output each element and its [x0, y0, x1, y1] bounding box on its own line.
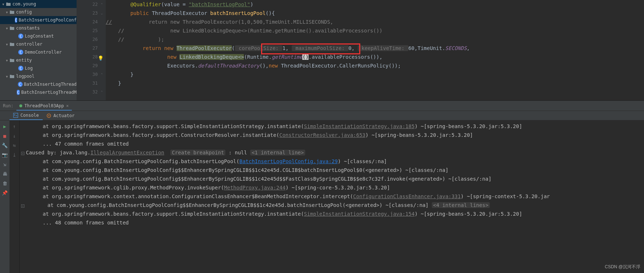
run-config-tab[interactable]: ThreadPool03App × [16, 101, 72, 111]
tree-item-label: constants [16, 26, 40, 31]
code-editor[interactable]: 22⌃ 23⌄ 24 25 26 27 28💡 29 30⌃ 31 32⌃ @Q… [77, 0, 644, 100]
line-number: 26 [93, 37, 98, 42]
line-number: 25 [93, 28, 98, 33]
hint-corepoolsize: corePoolSize: [235, 45, 282, 51]
pin-icon[interactable]: 📌 [1, 189, 8, 196]
fold-icon[interactable]: ⌄ [101, 9, 103, 18]
tree-item[interactable]: CBatchInsertLogThread [0, 80, 77, 88]
rerun-icon[interactable]: ▶ [1, 123, 8, 130]
tree-item-label: BatchInsertLogThreadM [21, 90, 77, 95]
delete-icon[interactable]: 🗑 [1, 180, 8, 187]
expand-icon[interactable]: + [21, 204, 24, 208]
console-icon [13, 113, 18, 118]
run-status-icon [19, 104, 22, 107]
editor-gutter: 22⌃ 23⌄ 24 25 26 27 28💡 29 30⌃ 31 32⌃ [77, 0, 106, 100]
fold-icon[interactable]: ⌃ [101, 70, 103, 79]
create-breakpoint-hint[interactable]: Create breakpoint [170, 150, 225, 155]
class-ref: ThreadPoolExecutor [176, 45, 232, 51]
tree-item[interactable]: ▾constants [0, 24, 77, 32]
line-number: 29 [93, 63, 98, 68]
tree-item-label: Log [25, 66, 33, 71]
scroll-icon[interactable]: ⤓ [11, 151, 18, 158]
run-toolbar-left: ▶ ■ 🔧 📷 ⇲ 🖶 🗑 📌 [0, 120, 9, 273]
camera-icon[interactable]: 📷 [1, 151, 8, 158]
line-number: 31 [93, 81, 98, 86]
line-number: 27 [93, 46, 98, 51]
tree-item[interactable]: CLogConstant [0, 32, 77, 40]
console-tabs: Console Actuator [0, 111, 644, 120]
stop-icon[interactable]: ■ [1, 132, 8, 139]
watermark: CSDN @沉河不浮 [605, 264, 640, 270]
method-name: batchInsertLogPool [210, 10, 266, 16]
console-line: at org.springframework.beans.factory.sup… [21, 209, 640, 218]
stack-link[interactable]: SimpleInstantiationStrategy.java:185 [304, 123, 414, 129]
up-icon[interactable]: ↑ [11, 123, 18, 130]
tree-item-label: config [16, 9, 32, 15]
down-icon[interactable]: ↓ [11, 132, 18, 139]
run-label: Run: [0, 103, 16, 108]
tree-item[interactable]: CLog [0, 64, 77, 72]
folder-icon [6, 1, 11, 7]
class-icon: C [18, 34, 23, 39]
console-line: ... 47 common frames omitted [21, 139, 640, 148]
tool-wrench-icon[interactable]: 🔧 [1, 142, 8, 149]
line-number: 24 [93, 19, 98, 24]
class-icon: C [18, 82, 23, 87]
tree-item[interactable]: ▾controller [0, 40, 77, 48]
tab-console[interactable]: Console [9, 111, 43, 120]
annotation: @Qualifier [130, 1, 161, 7]
class-icon: C [15, 18, 17, 23]
tree-item-label: logpool [16, 74, 35, 79]
console-line: at org.springframework.cglib.proxy.Metho… [21, 183, 640, 192]
tree-item[interactable]: ▾logpool [0, 72, 77, 80]
expand-icon[interactable]: + [21, 152, 24, 155]
project-tree[interactable]: ▾com.young▾configCBatchInsertLogPoolConf… [0, 0, 77, 100]
wrap-icon[interactable]: ⇆ [11, 142, 18, 149]
stack-link[interactable]: MethodProxy.java:244 [224, 185, 286, 191]
fold-icon[interactable]: ⌃ [101, 88, 103, 96]
tree-item[interactable]: ▾config [0, 8, 77, 16]
hint-keepalive: keepAliveTime: [358, 45, 408, 51]
tree-item-label: BatchInsertLogThread [24, 82, 77, 87]
stack-link[interactable]: BatchInsertLogPoolConfig.java:29 [239, 158, 338, 164]
console-output[interactable]: at org.springframework.beans.factory.sup… [20, 120, 644, 273]
fold-icon[interactable]: ⌃ [101, 0, 103, 9]
export-icon[interactable]: ⇲ [1, 161, 8, 168]
tree-item-label: entity [16, 58, 32, 63]
exception-link[interactable]: IllegalArgumentException [90, 150, 164, 155]
console-line: ... 48 common frames omitted [21, 218, 640, 227]
console-line: at org.springframework.beans.factory.sup… [21, 131, 640, 139]
internal-lines-hint: <4 internal lines> [432, 202, 490, 208]
console-line: at com.young.config.BatchInsertLogPoolCo… [21, 174, 640, 183]
console-line: at org.springframework.beans.factory.sup… [21, 122, 640, 131]
line-number: 30 [93, 72, 98, 77]
stack-link[interactable]: ConfigurationClassEnhancer.java:331 [353, 193, 461, 199]
folder-icon [9, 58, 15, 63]
close-icon[interactable]: × [66, 103, 69, 108]
tree-item[interactable]: CBatchInsertLogPoolConf [0, 16, 77, 24]
hint-maxpoolsize: maximumPoolSize: [292, 45, 349, 51]
tree-item-label: LogConstant [25, 34, 54, 39]
class-icon: C [18, 66, 23, 71]
tree-item-label: BatchInsertLogPoolConf [19, 18, 77, 23]
actuator-icon [46, 113, 51, 118]
stack-link[interactable]: ConstructorResolver.java:653 [279, 132, 365, 138]
print-icon[interactable]: 🖶 [1, 170, 8, 177]
folder-icon [9, 42, 15, 47]
stack-link[interactable]: SimpleInstantiationStrategy.java:154 [304, 211, 414, 217]
tab-actuator[interactable]: Actuator [43, 111, 78, 120]
code-area[interactable]: @Qualifier(value = "batchInsertLogPool")… [106, 0, 644, 100]
tree-item[interactable]: CBatchInsertLogThreadM [0, 88, 77, 96]
console-line: at com.young.config.BatchInsertLogPoolCo… [21, 157, 640, 166]
line-number: 28 [93, 54, 98, 59]
tree-item[interactable]: CDemoController [0, 48, 77, 56]
tree-item-label: com.young [12, 1, 36, 7]
tree-item-label: controller [16, 42, 42, 47]
tree-item[interactable]: ▾com.young [0, 0, 77, 8]
line-number: 23 [93, 11, 98, 16]
folder-icon [9, 74, 15, 79]
class-icon: C [18, 50, 23, 55]
svg-point-2 [48, 115, 49, 116]
tree-item[interactable]: ▾entity [0, 56, 77, 64]
svg-rect-0 [13, 113, 18, 118]
